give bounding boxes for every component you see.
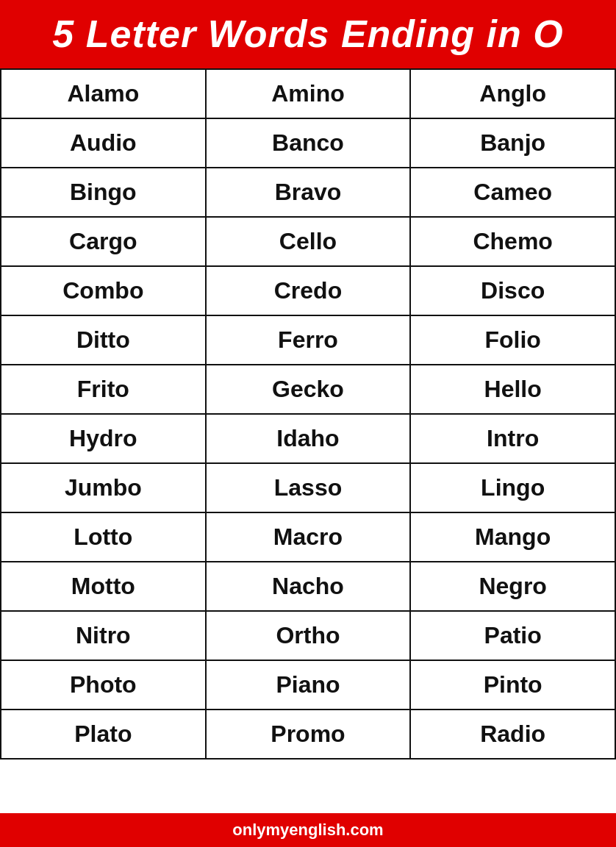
word-cell: Ortho [206, 611, 411, 660]
table-row: PlatoPromoRadio [1, 710, 615, 759]
table-row: NitroOrthoPatio [1, 611, 615, 660]
word-table: AlamoAminoAngloAudioBancoBanjoBingoBravo… [0, 68, 616, 760]
word-cell: Combo [1, 266, 206, 315]
word-cell: Amino [206, 69, 411, 118]
word-cell: Lingo [410, 463, 615, 512]
word-cell: Negro [410, 562, 615, 611]
word-cell: Intro [410, 414, 615, 463]
word-cell: Pinto [410, 660, 615, 710]
footer-url: onlymyenglish.com [232, 821, 383, 839]
word-cell: Ferro [206, 315, 411, 365]
word-cell: Frito [1, 365, 206, 414]
word-cell: Cargo [1, 217, 206, 266]
word-cell: Lasso [206, 463, 411, 512]
word-cell: Alamo [1, 69, 206, 118]
table-row: LottoMacroMango [1, 512, 615, 562]
word-cell: Piano [206, 660, 411, 710]
word-cell: Nacho [206, 562, 411, 611]
table-row: AlamoAminoAnglo [1, 69, 615, 118]
table-row: DittoFerroFolio [1, 315, 615, 365]
table-row: HydroIdahoIntro [1, 414, 615, 463]
word-cell: Cello [206, 217, 411, 266]
word-cell: Bravo [206, 168, 411, 217]
table-row: MottoNachoNegro [1, 562, 615, 611]
table-row: PhotoPianoPinto [1, 660, 615, 710]
word-cell: Radio [410, 710, 615, 759]
word-cell: Cameo [410, 168, 615, 217]
word-cell: Motto [1, 562, 206, 611]
word-cell: Banco [206, 118, 411, 168]
table-row: ComboCredoDisco [1, 266, 615, 315]
word-cell: Nitro [1, 611, 206, 660]
word-cell: Macro [206, 512, 411, 562]
page-title: 5 Letter Words Ending in O [15, 13, 601, 55]
table-row: AudioBancoBanjo [1, 118, 615, 168]
word-cell: Anglo [410, 69, 615, 118]
word-cell: Chemo [410, 217, 615, 266]
word-table-container: AlamoAminoAngloAudioBancoBanjoBingoBravo… [0, 68, 616, 813]
word-cell: Mango [410, 512, 615, 562]
word-cell: Credo [206, 266, 411, 315]
word-cell: Hello [410, 365, 615, 414]
word-cell: Bingo [1, 168, 206, 217]
word-cell: Photo [1, 660, 206, 710]
word-cell: Banjo [410, 118, 615, 168]
table-row: JumboLassoLingo [1, 463, 615, 512]
word-cell: Promo [206, 710, 411, 759]
word-cell: Patio [410, 611, 615, 660]
word-cell: Ditto [1, 315, 206, 365]
word-cell: Idaho [206, 414, 411, 463]
page-header: 5 Letter Words Ending in O [0, 0, 616, 68]
word-cell: Jumbo [1, 463, 206, 512]
word-cell: Plato [1, 710, 206, 759]
table-row: FritoGeckoHello [1, 365, 615, 414]
word-cell: Lotto [1, 512, 206, 562]
table-row: BingoBravoCameo [1, 168, 615, 217]
table-row: CargoCelloChemo [1, 217, 615, 266]
word-cell: Audio [1, 118, 206, 168]
word-cell: Disco [410, 266, 615, 315]
word-cell: Folio [410, 315, 615, 365]
page-footer: onlymyenglish.com [0, 813, 616, 847]
word-cell: Hydro [1, 414, 206, 463]
word-cell: Gecko [206, 365, 411, 414]
